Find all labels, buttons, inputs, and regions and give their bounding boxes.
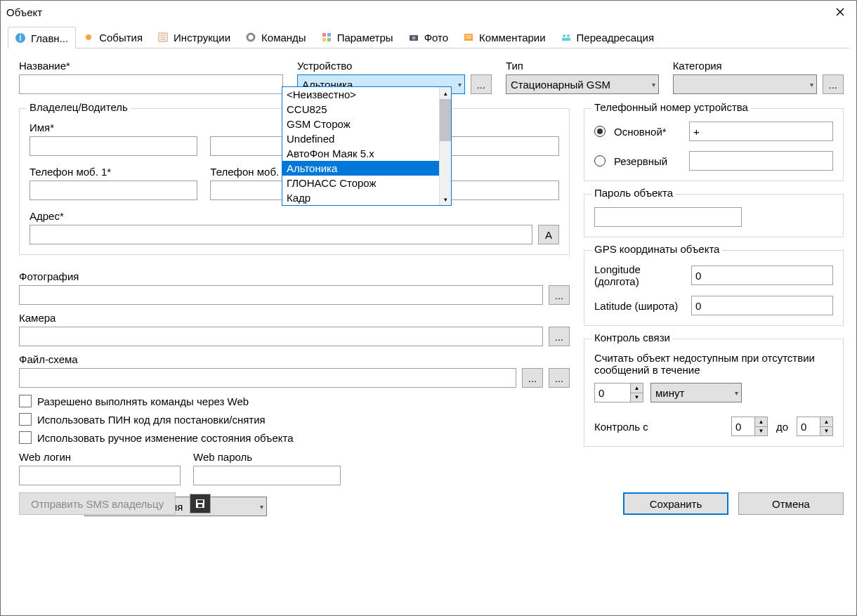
device-option[interactable]: GSM Сторож [282, 117, 439, 131]
web-login-input[interactable] [19, 466, 181, 485]
web-pass-input[interactable] [193, 466, 341, 485]
tab-redirect[interactable]: Переадресация [554, 26, 662, 48]
address-label: Адрес* [30, 210, 559, 222]
web-pass-label: Web пароль [193, 451, 341, 463]
control-from-spinner[interactable]: ▲▼ [731, 417, 768, 436]
camera-browse-button[interactable]: ... [549, 327, 570, 346]
device-option[interactable]: <Неизвестно> [282, 87, 439, 102]
scroll-down-icon[interactable]: ▾ [440, 193, 451, 205]
grid-icon [320, 31, 333, 44]
use-pin-checkbox[interactable] [19, 413, 32, 426]
tab-label: Комментарии [479, 32, 545, 44]
cancel-button[interactable]: Отмена [738, 492, 844, 515]
type-combo[interactable]: Стационарный GSM ▾ [506, 74, 659, 94]
spin-up-icon[interactable]: ▲ [755, 417, 767, 427]
allow-web-checkbox[interactable] [19, 395, 32, 407]
device-browse-button[interactable]: ... [471, 74, 492, 94]
spin-down-icon[interactable]: ▼ [631, 393, 643, 402]
link-timeout-spinner[interactable]: ▲▼ [594, 383, 643, 402]
save-icon-button[interactable] [190, 494, 211, 513]
tab-events[interactable]: События [76, 26, 150, 48]
svg-rect-24 [198, 504, 202, 507]
svg-rect-16 [464, 34, 473, 41]
camera-input[interactable] [19, 327, 543, 346]
control-from-input[interactable] [731, 417, 755, 436]
web-login-label: Web логин [19, 451, 181, 463]
allow-web-label: Разрешено выполнять команды через Web [37, 395, 249, 407]
svg-rect-23 [197, 500, 203, 503]
device-option-selected[interactable]: Альтоника [282, 161, 439, 176]
longitude-input[interactable] [691, 266, 833, 285]
dropdown-scrollbar[interactable]: ▴ ▾ [439, 87, 451, 205]
control-to-label: до [776, 421, 788, 433]
link-unit-combo[interactable]: минут ▾ [650, 383, 742, 402]
tab-commands[interactable]: Команды [238, 26, 314, 48]
info-icon: i [14, 32, 27, 44]
owner-group-title: Владелец/Водитель [27, 101, 131, 113]
tab-comments[interactable]: Комментарии [456, 26, 553, 48]
scheme-extra-button[interactable]: ... [549, 368, 570, 388]
type-label: Тип [506, 60, 659, 72]
link-group-title: Контроль связи [591, 332, 673, 343]
device-option[interactable]: АвтоФон Маяк 5.x [282, 146, 439, 161]
close-icon[interactable] [824, 1, 856, 22]
device-option[interactable]: CCU825 [282, 102, 439, 117]
spin-down-icon[interactable]: ▼ [755, 427, 767, 436]
phone-primary-input[interactable] [689, 122, 833, 141]
svg-rect-11 [327, 33, 331, 37]
save-button[interactable]: Сохранить [623, 492, 728, 515]
send-sms-button[interactable]: Отправить SMS владельцу [19, 492, 176, 515]
control-to-input[interactable] [797, 417, 820, 436]
name-label: Название* [19, 60, 283, 72]
gear-icon [244, 31, 257, 44]
scheme-browse-button[interactable]: ... [522, 368, 543, 388]
device-option[interactable]: ГЛОНАСС Сторож [282, 176, 439, 190]
radio-primary[interactable] [594, 126, 606, 137]
name-input[interactable] [19, 74, 283, 94]
radio-primary-label: Основной* [614, 126, 681, 138]
longitude-label: Longitude (долгота) [594, 263, 683, 287]
phone1-input[interactable] [30, 181, 197, 200]
scheme-input[interactable] [19, 368, 516, 388]
tab-label: Инструкции [174, 32, 230, 44]
owner-name-label: Имя* [30, 122, 197, 133]
owner-name-input[interactable] [30, 136, 197, 156]
phone-backup-input[interactable] [689, 151, 833, 171]
spin-down-icon[interactable]: ▼ [820, 427, 832, 436]
manual-state-checkbox[interactable] [19, 431, 32, 444]
tab-parameters[interactable]: Параметры [314, 26, 401, 48]
control-to-spinner[interactable]: ▲▼ [797, 417, 833, 436]
radio-backup[interactable] [594, 155, 606, 166]
tab-label: События [99, 32, 143, 44]
tab-photo[interactable]: Фото [401, 26, 456, 48]
tab-instructions[interactable]: Инструкции [150, 26, 238, 48]
spin-up-icon[interactable]: ▲ [820, 417, 832, 427]
note-icon [462, 31, 475, 44]
svg-point-20 [567, 34, 570, 37]
gps-group-title: GPS координаты объекта [591, 243, 722, 255]
device-dropdown-list[interactable]: <Неизвестно> CCU825 GSM Сторож Undefined… [282, 86, 452, 206]
object-password-input[interactable] [594, 207, 742, 227]
address-input[interactable] [30, 225, 532, 244]
device-option[interactable]: Undefined [282, 131, 439, 146]
latitude-input[interactable] [691, 296, 833, 315]
camera-label: Камера [19, 312, 570, 324]
tabs: i Главн... События Инструкции Команды Па… [8, 26, 849, 48]
address-button[interactable]: A [538, 225, 559, 244]
link-unit-value: минут [655, 387, 684, 399]
category-browse-button[interactable]: ... [823, 74, 844, 94]
category-label: Категория [673, 60, 844, 72]
category-combo[interactable]: ▾ [673, 74, 817, 94]
svg-text:i: i [19, 32, 21, 43]
device-option[interactable]: Кадр [282, 190, 439, 205]
phone1-label: Телефон моб. 1* [30, 166, 197, 178]
link-timeout-input[interactable] [594, 383, 631, 402]
photo-browse-button[interactable]: ... [549, 285, 570, 305]
chevron-down-icon: ▾ [810, 81, 813, 89]
spin-up-icon[interactable]: ▲ [631, 384, 643, 393]
manual-state-label: Использовать ручное изменение состояния … [37, 432, 294, 444]
photo-input[interactable] [19, 285, 543, 305]
tab-main[interactable]: i Главн... [8, 27, 76, 48]
scroll-up-icon[interactable]: ▴ [440, 87, 451, 99]
tab-label: Параметры [337, 32, 393, 44]
